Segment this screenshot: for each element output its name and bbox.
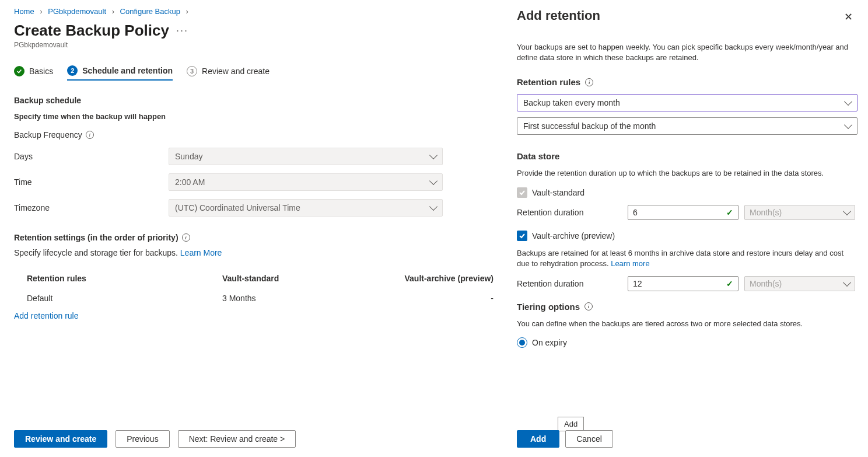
- col-rules: Retention rules: [27, 274, 222, 283]
- days-label: Days: [14, 152, 169, 161]
- cell-arc: -: [397, 294, 499, 303]
- cell-name: Default: [27, 294, 222, 303]
- step-label: Basics: [29, 67, 53, 76]
- time-select[interactable]: 2:00 AM: [169, 173, 443, 191]
- breadcrumb-vault[interactable]: PGbkpdemovault: [48, 7, 106, 16]
- retention-table-head: Retention rules Vault-standard Vault-arc…: [14, 269, 499, 289]
- step-number-icon: 3: [187, 66, 197, 76]
- learn-more-link[interactable]: Learn More: [180, 248, 222, 257]
- datastore-desc: Provide the retention duration up to whi…: [517, 168, 858, 179]
- tiering-desc: You can define when the backups are tier…: [517, 319, 858, 329]
- tz-value: (UTC) Coordinated Universal Time: [175, 203, 300, 212]
- panel-title: Add retention: [517, 8, 600, 23]
- review-create-button[interactable]: Review and create: [14, 430, 107, 448]
- add-retention-rule-link[interactable]: Add retention rule: [14, 311, 499, 320]
- info-icon[interactable]: i: [585, 78, 593, 86]
- breadcrumb: Home › PGbkpdemovault › Configure Backup…: [14, 7, 499, 16]
- chevron-down-icon: [429, 177, 438, 185]
- breadcrumb-home[interactable]: Home: [14, 7, 34, 16]
- time-label: Time: [14, 177, 169, 187]
- arc-duration-unit: Month(s): [744, 276, 855, 291]
- panel-desc: Your backups are set to happen weekly. Y…: [517, 42, 858, 63]
- retention-heading: Retention settings (in the order of prio…: [14, 233, 178, 242]
- arc-duration-input[interactable]: 12 ✓: [628, 276, 738, 291]
- unit-value: Month(s): [750, 279, 782, 288]
- arc-duration-label: Retention duration: [517, 279, 622, 288]
- panel-add-button[interactable]: Add: [517, 430, 559, 448]
- vault-standard-label: Vault-standard: [532, 188, 584, 197]
- tz-select[interactable]: (UTC) Coordinated Universal Time: [169, 199, 443, 217]
- rules-heading: Retention rules: [517, 77, 580, 87]
- cell-std: 3 Months: [222, 294, 397, 303]
- std-duration-value: 6: [633, 208, 638, 217]
- datastore-heading: Data store: [517, 151, 559, 161]
- breadcrumb-configure[interactable]: Configure Backup: [120, 7, 180, 16]
- chevron-down-icon: [429, 203, 438, 211]
- archive-note: Backups are retained for at least 6 mont…: [517, 248, 858, 269]
- std-duration-label: Retention duration: [517, 208, 622, 217]
- table-row: Default 3 Months -: [14, 289, 499, 309]
- check-icon: ✓: [726, 279, 733, 288]
- next-button[interactable]: Next: Review and create >: [178, 430, 296, 448]
- time-value: 2:00 AM: [175, 177, 205, 187]
- page-subtitle: PGbkpdemovault: [14, 41, 499, 49]
- rule-value: First successful backup of the month: [523, 121, 656, 131]
- schedule-heading: Backup schedule: [14, 96, 499, 105]
- rule-frequency-select[interactable]: Backup taken every month: [517, 94, 858, 111]
- chevron-down-icon: [843, 278, 851, 287]
- info-icon[interactable]: i: [584, 302, 593, 311]
- unit-value: Month(s): [750, 208, 782, 217]
- check-icon: ✓: [726, 208, 733, 217]
- retention-sub: Specify lifecycle and storage tier for b…: [14, 248, 499, 257]
- close-icon[interactable]: ✕: [839, 8, 858, 26]
- on-expiry-label: On expiry: [532, 338, 567, 347]
- std-duration-unit: Month(s): [744, 205, 855, 220]
- col-arc: Vault-archive (preview): [397, 274, 499, 283]
- step-schedule[interactable]: 2 Schedule and retention: [67, 65, 173, 81]
- add-tooltip: Add: [558, 417, 584, 431]
- vault-archive-checkbox[interactable]: [517, 231, 527, 241]
- tz-label: Timezone: [14, 203, 169, 212]
- chevron-down-icon: [843, 207, 851, 215]
- archive-learn-more-link[interactable]: Learn more: [611, 259, 649, 268]
- std-duration-input[interactable]: 6 ✓: [628, 205, 738, 220]
- step-number-icon: 2: [67, 65, 78, 76]
- schedule-sub: Specify time when the backup will happen: [14, 112, 499, 121]
- arc-duration-value: 12: [633, 279, 642, 288]
- chevron-right-icon: ›: [40, 7, 42, 16]
- panel-cancel-button[interactable]: Cancel: [565, 430, 613, 448]
- previous-button[interactable]: Previous: [116, 430, 169, 448]
- days-select[interactable]: Sunday: [169, 148, 443, 165]
- tiering-heading: Tiering options: [517, 302, 580, 312]
- col-std: Vault-standard: [222, 274, 397, 283]
- rule-which-select[interactable]: First successful backup of the month: [517, 117, 858, 135]
- chevron-right-icon: ›: [112, 7, 114, 16]
- page-title: Create Backup Policy: [14, 22, 169, 40]
- vault-archive-label: Vault-archive (preview): [532, 231, 615, 240]
- vault-standard-checkbox: [517, 187, 527, 198]
- rule-value: Backup taken every month: [523, 98, 620, 107]
- info-icon[interactable]: i: [86, 131, 94, 139]
- chevron-down-icon: [844, 97, 852, 106]
- step-review[interactable]: 3 Review and create: [187, 66, 270, 80]
- stepper: Basics 2 Schedule and retention 3 Review…: [14, 65, 499, 81]
- more-options-icon[interactable]: ···: [176, 25, 188, 37]
- check-icon: [14, 66, 24, 76]
- on-expiry-radio[interactable]: [517, 337, 527, 348]
- step-basics[interactable]: Basics: [14, 66, 53, 80]
- freq-label: Backup Frequency i: [14, 130, 169, 139]
- chevron-down-icon: [429, 151, 438, 159]
- step-label: Schedule and retention: [82, 66, 173, 75]
- info-icon[interactable]: i: [182, 233, 190, 242]
- days-value: Sunday: [175, 152, 202, 161]
- step-label: Review and create: [202, 67, 270, 76]
- chevron-down-icon: [844, 121, 852, 129]
- chevron-right-icon: ›: [186, 7, 188, 16]
